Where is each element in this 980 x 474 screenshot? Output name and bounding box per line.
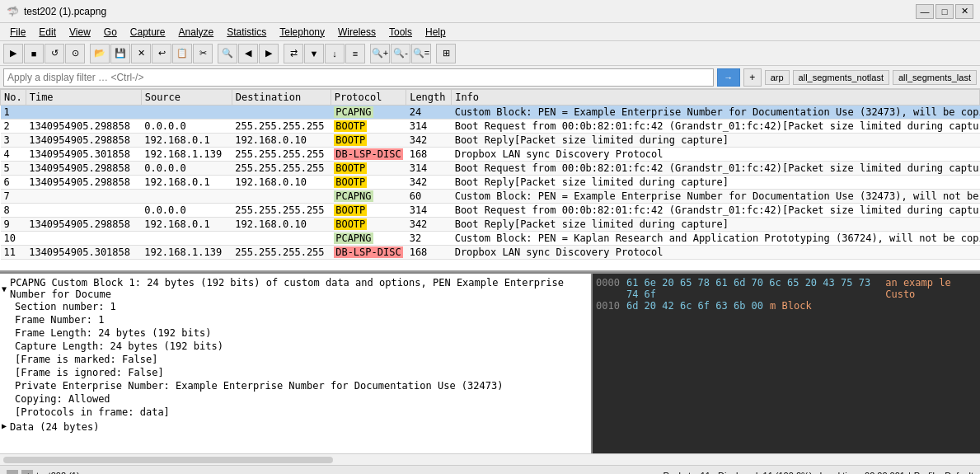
titlebar-controls: — □ ✕: [916, 4, 973, 19]
detail-header[interactable]: ▼ PCAPNG Custom Block 1: 24 bytes (192 b…: [2, 277, 589, 300]
hex-offset: 0000: [596, 277, 620, 300]
col-length[interactable]: Length: [406, 90, 452, 106]
filterbar: → + arp all_segments_notlast all_segment…: [0, 66, 980, 89]
table-row[interactable]: 41340954905.301858192.168.1.139255.255.2…: [1, 148, 980, 162]
table-header: No. Time Source Destination Protocol Len…: [1, 90, 980, 106]
edit-icon[interactable]: ✏: [7, 470, 18, 475]
table-row[interactable]: 111340954905.301858192.168.1.139255.255.…: [1, 246, 980, 260]
cell-length: 314: [406, 162, 452, 176]
cell-info: Boot Reply[Packet size limited during ca…: [452, 134, 980, 148]
col-source[interactable]: Source: [141, 90, 232, 106]
toolbar-zoom-reset[interactable]: 🔍=: [411, 44, 431, 63]
table-row[interactable]: 10PCAPNG32Custom Block: PEN = Kaplan Res…: [1, 232, 980, 246]
table-row[interactable]: 61340954905.298858192.168.0.1192.168.0.1…: [1, 176, 980, 190]
toolbar-zoom-in[interactable]: 🔍+: [370, 44, 390, 63]
window-title: test202 (1).pcapng: [24, 6, 106, 17]
filter-tag-all-last[interactable]: all_segments_last: [893, 70, 977, 85]
detail-data-text: Data (24 bytes): [10, 421, 99, 433]
col-no[interactable]: No.: [1, 90, 26, 106]
toolbar-btn-7[interactable]: ✕: [131, 44, 151, 63]
toolbar-filter[interactable]: ▼: [304, 44, 324, 63]
cell-time: [26, 106, 141, 120]
toolbar-btn-8[interactable]: ↩: [152, 44, 171, 63]
statusbar-profile: Profile: Default: [914, 471, 973, 475]
hscroll-thumb[interactable]: [3, 457, 333, 463]
table-row[interactable]: 91340954905.298858192.168.0.1192.168.0.1…: [1, 218, 980, 232]
table-row[interactable]: 21340954905.2988580.0.0.0255.255.255.255…: [1, 120, 980, 134]
cell-time: [26, 204, 141, 218]
titlebar: 🦈 test202 (1).pcapng — □ ✕: [0, 0, 980, 23]
menu-item-statistics[interactable]: Statistics: [220, 25, 273, 40]
toolbar-btn-10[interactable]: ✂: [193, 44, 213, 63]
col-info[interactable]: Info: [452, 90, 980, 106]
menu-item-telephony[interactable]: Telephony: [273, 25, 331, 40]
menu-item-view[interactable]: View: [63, 25, 97, 40]
close-button[interactable]: ✕: [955, 4, 973, 19]
menu-item-help[interactable]: Help: [419, 25, 452, 40]
app-icon: 🦈: [7, 6, 19, 17]
col-destination[interactable]: Destination: [232, 90, 331, 106]
cell-source: 0.0.0.0: [141, 204, 232, 218]
cell-info: Boot Request from 00:0b:82:01:fc:42 (Gra…: [452, 162, 980, 176]
toolbar-btn-1[interactable]: ▶: [3, 44, 23, 63]
cell-destination: 192.168.0.10: [232, 134, 331, 148]
cell-no: 3: [1, 134, 26, 148]
toolbar-spacer[interactable]: ≡: [345, 44, 365, 63]
toolbar-fwd[interactable]: ▶: [259, 44, 279, 63]
minimize-button[interactable]: —: [916, 4, 934, 19]
table-row[interactable]: 1PCAPNG24Custom Block: PEN = Example Ent…: [1, 106, 980, 120]
table-row[interactable]: 7PCAPNG60Custom Block: PEN = Example Ent…: [1, 190, 980, 204]
menu-item-capture[interactable]: Capture: [124, 25, 172, 40]
menu-item-tools[interactable]: Tools: [382, 25, 419, 40]
cell-no: 9: [1, 218, 26, 232]
table-row[interactable]: 51340954905.2988580.0.0.0255.255.255.255…: [1, 162, 980, 176]
filter-add-button[interactable]: +: [743, 68, 762, 87]
cell-time: [26, 232, 141, 246]
cell-destination: 255.255.255.255: [232, 162, 331, 176]
toolbar-btn-3[interactable]: ↺: [45, 44, 64, 63]
detail-section-main: ▼ PCAPNG Custom Block 1: 24 bytes (192 b…: [2, 277, 589, 419]
table-row[interactable]: 31340954905.298858192.168.0.1192.168.0.1…: [1, 134, 980, 148]
cell-protocol: BOOTP: [331, 134, 406, 148]
filter-tag-arp[interactable]: arp: [765, 70, 790, 85]
cell-destination: 192.168.0.10: [232, 176, 331, 190]
detail-data-line[interactable]: ▶ Data (24 bytes): [2, 420, 589, 434]
menu-item-go[interactable]: Go: [97, 25, 124, 40]
cell-info: Boot Reply[Packet size limited during ca…: [452, 176, 980, 190]
bottom-hscroll[interactable]: [0, 453, 980, 465]
maximize-button[interactable]: □: [935, 4, 954, 19]
toolbar-btn-5[interactable]: 📂: [90, 44, 110, 63]
cell-protocol: PCAPNG: [331, 106, 406, 120]
table-row[interactable]: 80.0.0.0255.255.255.255BOOTP314Boot Requ…: [1, 204, 980, 218]
cell-time: 1340954905.298858: [26, 176, 141, 190]
toolbar-zoom-out[interactable]: 🔍-: [391, 44, 410, 63]
toolbar-btn-6[interactable]: 💾: [110, 44, 130, 63]
cell-no: 8: [1, 204, 26, 218]
menu-item-analyze[interactable]: Analyze: [172, 25, 221, 40]
hex-bytes: 61 6e 20 65 78 61 6d 70 6c 65 20 43 75 7…: [626, 277, 879, 300]
table-scroll[interactable]: No. Time Source Destination Protocol Len…: [0, 89, 980, 270]
hex-ascii: m Block: [770, 300, 812, 312]
col-time[interactable]: Time: [26, 90, 141, 106]
toolbar-btn-9[interactable]: 📋: [172, 44, 192, 63]
menu-item-wireless[interactable]: Wireless: [331, 25, 382, 40]
toolbar-back[interactable]: ◀: [238, 44, 258, 63]
toolbar-resize[interactable]: ⊞: [436, 44, 456, 63]
menu-item-edit[interactable]: Edit: [32, 25, 63, 40]
filter-apply-button[interactable]: →: [717, 68, 740, 87]
menu-item-file[interactable]: File: [3, 25, 32, 40]
toolbar-find[interactable]: 🔍: [218, 44, 237, 63]
cell-source: [141, 190, 232, 204]
toolbar-goto[interactable]: ⇄: [284, 44, 303, 63]
toolbar-down[interactable]: ↓: [325, 44, 345, 63]
detail-panel[interactable]: ▼ PCAPNG Custom Block 1: 24 bytes (192 b…: [0, 274, 593, 453]
filter-tag-all-notlast[interactable]: all_segments_notlast: [793, 70, 889, 85]
hex-panel[interactable]: 000061 6e 20 65 78 61 6d 70 6c 65 20 43 …: [593, 274, 980, 453]
filter-input[interactable]: [3, 68, 714, 87]
cell-length: 32: [406, 232, 452, 246]
col-protocol[interactable]: Protocol: [331, 90, 406, 106]
cell-protocol: BOOTP: [331, 162, 406, 176]
check-icon[interactable]: ✓: [21, 470, 33, 475]
toolbar-btn-4[interactable]: ⊙: [65, 44, 85, 63]
toolbar-btn-2[interactable]: ■: [24, 44, 44, 63]
